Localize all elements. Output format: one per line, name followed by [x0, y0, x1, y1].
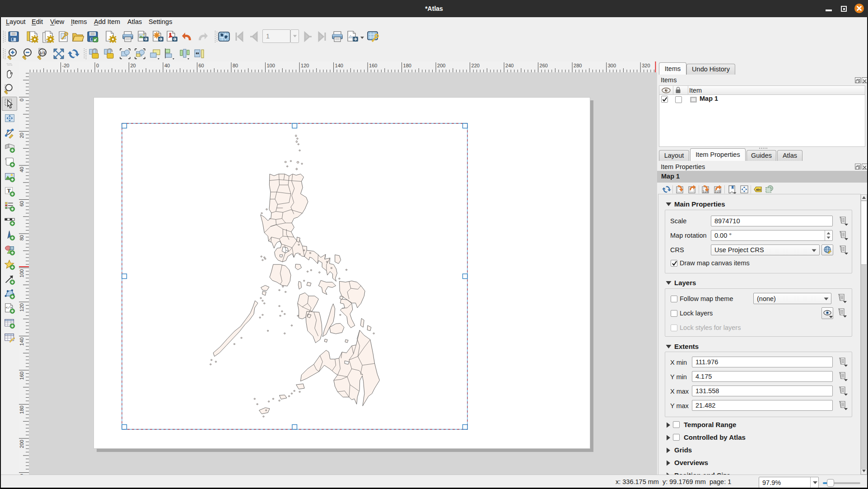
svg-text:140: 140 [335, 63, 343, 68]
svg-text:1:1: 1:1 [39, 51, 45, 55]
svg-text:220: 220 [471, 63, 480, 68]
svg-text:120: 120 [301, 63, 309, 68]
svg-text:0: 0 [19, 99, 24, 101]
svg-text:180: 180 [403, 63, 411, 68]
svg-text:200: 200 [437, 63, 445, 68]
svg-text:260: 260 [540, 63, 548, 68]
svg-text:200: 200 [19, 440, 24, 448]
svg-text:80: 80 [233, 63, 238, 68]
svg-text:20: 20 [131, 63, 136, 68]
svg-text:40: 40 [19, 167, 24, 172]
svg-text:180: 180 [19, 406, 24, 414]
svg-text:100: 100 [19, 269, 24, 277]
svg-text:0: 0 [96, 63, 99, 68]
svg-text:80: 80 [19, 235, 24, 240]
svg-text:120: 120 [19, 303, 24, 311]
svg-text:140: 140 [19, 338, 24, 346]
svg-text:240: 240 [505, 63, 513, 68]
svg-text:300: 300 [608, 63, 616, 68]
svg-text:60: 60 [199, 63, 204, 68]
svg-text:280: 280 [574, 63, 582, 68]
svg-text:160: 160 [369, 63, 377, 68]
svg-text:20: 20 [19, 133, 24, 138]
svg-text:abc: abc [756, 188, 761, 191]
svg-text:40: 40 [164, 63, 170, 68]
svg-text:100: 100 [267, 63, 275, 68]
svg-text:-20: -20 [62, 63, 70, 68]
svg-text:60: 60 [19, 201, 24, 207]
svg-text:320: 320 [642, 63, 650, 68]
svg-text:160: 160 [19, 371, 24, 380]
